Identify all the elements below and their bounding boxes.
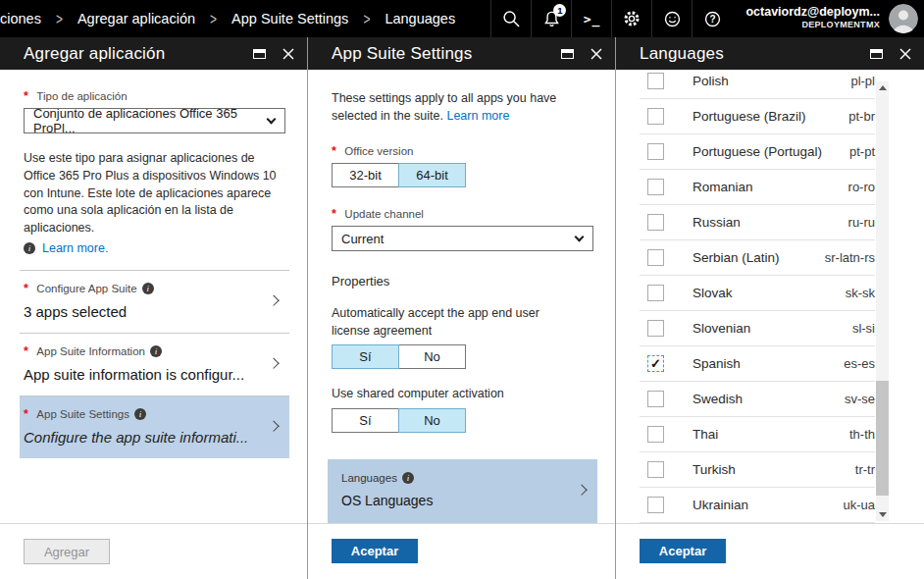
language-checkbox[interactable] <box>647 73 664 89</box>
breadcrumb-item-app-suite-settings[interactable]: App Suite Settings <box>231 11 348 26</box>
shared-activation-toggle: Sí No <box>332 408 593 433</box>
language-code: tr-tr <box>855 462 875 477</box>
option-no[interactable]: No <box>398 344 466 369</box>
maximize-icon[interactable] <box>870 49 883 59</box>
language-checkbox[interactable] <box>647 497 664 513</box>
breadcrumb-separator: > <box>363 9 370 28</box>
chevron-down-icon <box>267 114 277 124</box>
update-channel-select[interactable]: Current <box>332 226 593 251</box>
breadcrumb-item-agregar-aplicacion[interactable]: Agregar aplicación <box>77 11 195 26</box>
blade-header: Agregar aplicación <box>0 37 307 70</box>
breadcrumb-separator: > <box>210 9 217 28</box>
avatar[interactable] <box>889 4 918 33</box>
feedback-smiley-icon[interactable] <box>651 0 692 37</box>
scroll-up-icon[interactable] <box>876 81 889 94</box>
learn-more-link[interactable]: Learn more. <box>42 241 108 255</box>
blade-header: Languages <box>616 37 924 70</box>
language-checkbox[interactable] <box>647 179 664 195</box>
language-row: Ukrainian uk-ua <box>640 488 875 523</box>
language-checkbox[interactable] <box>647 143 664 160</box>
option-si[interactable]: Sí <box>332 408 399 433</box>
language-checkbox[interactable] <box>647 214 664 231</box>
scrollbar-thumb[interactable] <box>876 381 889 496</box>
language-row: Thai th-th <box>640 417 875 452</box>
option-no[interactable]: No <box>398 408 466 433</box>
scroll-down-icon[interactable] <box>876 508 889 521</box>
account-info[interactable]: octaviordz@deploym... DEPLOYMENTMX <box>732 0 889 37</box>
language-code: pl-pl <box>850 74 875 88</box>
eula-label: Automatically accept the app end user li… <box>332 305 577 340</box>
language-checkbox[interactable] <box>647 108 664 125</box>
close-icon[interactable] <box>590 48 602 60</box>
language-name: Turkish <box>693 462 736 477</box>
language-name: Slovenian <box>693 321 750 336</box>
cloud-shell-icon[interactable]: >_ <box>571 0 611 37</box>
close-icon[interactable] <box>899 48 911 60</box>
app-type-description: Use este tipo para asignar aplicaciones … <box>24 150 285 237</box>
language-name: Romanian <box>693 180 753 194</box>
account-tenant: DEPLOYMENTMX <box>745 20 880 31</box>
info-icon: i <box>150 345 162 357</box>
eula-toggle: Sí No <box>332 344 593 369</box>
language-name: Spanish <box>693 356 741 371</box>
language-row: Portuguese (Brazil) pt-br <box>640 99 875 134</box>
maximize-icon[interactable] <box>561 49 574 59</box>
breadcrumb-item-languages[interactable]: Languages <box>385 11 455 26</box>
app-type-select[interactable]: Conjunto de aplicaciones Office 365 ProP… <box>24 108 285 133</box>
chevron-right-icon <box>268 421 279 432</box>
app-type-label: Tipo de aplicación <box>24 89 285 103</box>
blade-journey: Agregar aplicación Tipo de aplicación Co… <box>0 37 924 579</box>
learn-more-link[interactable]: Learn more <box>446 109 509 123</box>
language-code: ru-ru <box>848 215 875 230</box>
breadcrumb-item-aplicaciones[interactable]: ciones <box>0 11 41 26</box>
aceptar-button[interactable]: Aceptar <box>640 539 726 563</box>
close-icon[interactable] <box>282 48 294 60</box>
language-checkbox[interactable] <box>647 249 664 266</box>
language-checkbox[interactable] <box>647 426 664 443</box>
step-app-suite-settings[interactable]: App Suite Settings i Configure the app s… <box>20 395 289 458</box>
help-icon[interactable]: ? <box>692 0 732 37</box>
step-label: Configure App Suite <box>36 283 136 294</box>
account-email: octaviordz@deploym... <box>745 4 880 20</box>
language-checkbox[interactable]: ✓ <box>647 355 664 372</box>
option-si[interactable]: Sí <box>332 344 399 369</box>
language-checkbox[interactable] <box>647 285 664 301</box>
language-name: Ukrainian <box>693 498 748 512</box>
blade-title: Agregar aplicación <box>24 44 253 64</box>
scrollbar[interactable] <box>876 81 889 521</box>
settings-gear-icon[interactable] <box>611 0 651 37</box>
info-icon: i <box>402 472 414 484</box>
language-row: Slovenian sl-si <box>640 311 875 346</box>
language-checkbox[interactable] <box>647 461 664 478</box>
language-row: Turkish tr-tr <box>640 452 875 488</box>
option-32bit[interactable]: 32-bit <box>332 163 399 187</box>
chevron-right-icon <box>268 358 279 369</box>
language-code: pt-br <box>848 109 875 124</box>
properties-label: Properties <box>332 274 593 289</box>
language-name: Serbian (Latin) <box>693 250 780 265</box>
language-row: Portuguese (Portugal) pt-pt <box>640 134 875 170</box>
option-64bit[interactable]: 64-bit <box>398 163 466 187</box>
maximize-icon[interactable] <box>253 49 266 59</box>
language-name: Slovak <box>693 286 733 300</box>
language-row: Polish pl-pl <box>640 70 875 99</box>
search-icon[interactable] <box>490 0 531 37</box>
office-version-label: Office version <box>332 144 593 158</box>
step-app-suite-information[interactable]: App Suite Information i App suite inform… <box>20 333 289 395</box>
blade-footer: Aceptar <box>308 523 615 579</box>
language-name: Swedish <box>693 392 743 406</box>
language-checkbox[interactable] <box>647 391 664 407</box>
language-row: ✓ Spanish es-es <box>640 346 875 382</box>
notification-count-badge: 1 <box>553 4 566 17</box>
language-name: Portuguese (Brazil) <box>693 109 806 124</box>
languages-section-row[interactable]: Languages i OS Languages <box>328 459 597 523</box>
top-bar: ciones > Agregar aplicación > App Suite … <box>0 0 924 37</box>
blade-agregar-aplicacion: Agregar aplicación Tipo de aplicación Co… <box>0 37 308 579</box>
notifications-bell-icon[interactable]: 1 <box>531 0 571 37</box>
language-checkbox[interactable] <box>647 320 664 337</box>
step-value: 3 apps selected <box>24 303 264 320</box>
step-label: App Suite Settings <box>36 408 129 420</box>
aceptar-button[interactable]: Aceptar <box>332 539 418 563</box>
step-configure-app-suite[interactable]: Configure App Suite i 3 apps selected <box>20 270 289 333</box>
agregar-button[interactable]: Agregar <box>24 539 110 564</box>
